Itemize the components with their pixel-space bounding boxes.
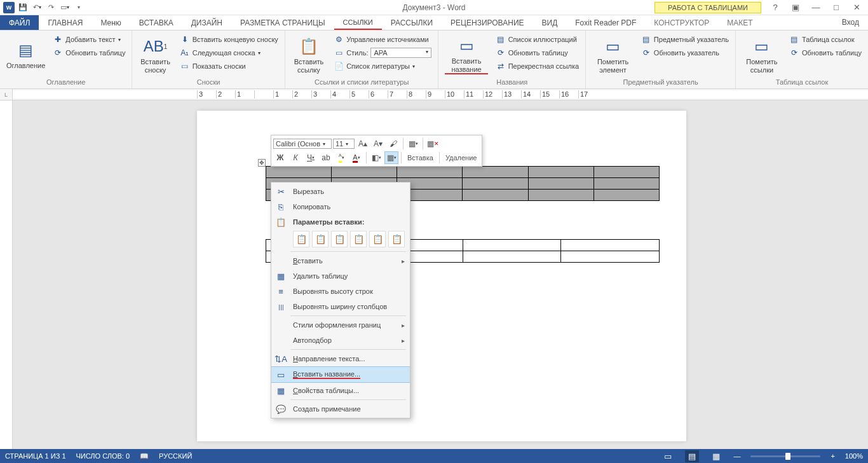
- add-text-button[interactable]: ✚Добавить текст ▾: [50, 33, 128, 46]
- toc-button[interactable]: ▤ Оглавление: [4, 32, 48, 78]
- zoom-out-icon[interactable]: —: [733, 452, 740, 460]
- insert-citation-button[interactable]: 📋 Вставить ссылку: [289, 32, 329, 78]
- help-icon[interactable]: ?: [769, 3, 782, 12]
- redo-icon[interactable]: ↷: [44, 1, 57, 14]
- cm-insert-caption[interactable]: ▭Вставить название...: [271, 366, 410, 383]
- tab-design[interactable]: ДИЗАЙН: [182, 15, 231, 30]
- sources-icon: ⚙: [334, 34, 344, 45]
- next-footnote-button[interactable]: A₁Следующая сноска ▾: [177, 46, 281, 59]
- tab-constructor[interactable]: КОНСТРУКТОР: [645, 15, 718, 30]
- paste-opt-1-icon[interactable]: 📋: [293, 231, 309, 247]
- titlebar: W 💾 ↶▾ ↷ ▭▾ ▾ Документ3 - Word РАБОТА С …: [0, 0, 868, 15]
- sb-language[interactable]: РУССКИЙ: [159, 452, 192, 460]
- mark-cite-icon: ▭: [752, 36, 772, 57]
- paste-opt-6-icon[interactable]: 📋: [388, 231, 405, 247]
- cm-table-props[interactable]: ▦Свойства таблицы...: [271, 383, 410, 398]
- maximize-icon[interactable]: □: [830, 3, 843, 12]
- tab-view[interactable]: ВИД: [533, 15, 567, 30]
- strike-icon[interactable]: ab: [319, 151, 333, 164]
- zoom-slider[interactable]: [750, 455, 820, 457]
- ribbon-options-icon[interactable]: ▣: [789, 3, 802, 12]
- insert-toa-button[interactable]: ▤Таблица ссылок: [787, 33, 864, 46]
- group-citations: 📋 Вставить ссылку ⚙Управление источникам…: [285, 31, 439, 88]
- cm-text-direction[interactable]: ⇅AНаправление текста...: [271, 351, 410, 366]
- new-doc-icon[interactable]: ▭▾: [58, 1, 71, 14]
- tab-foxit[interactable]: Foxit Reader PDF: [566, 15, 645, 30]
- close-icon[interactable]: ✕: [850, 3, 863, 12]
- tab-maket[interactable]: МАКЕТ: [718, 15, 761, 30]
- sb-proofing-icon[interactable]: 📖: [140, 452, 149, 460]
- undo-icon[interactable]: ↶▾: [31, 1, 43, 14]
- tab-references[interactable]: ССЫЛКИ: [334, 15, 382, 30]
- view-print-icon[interactable]: ▤: [685, 450, 699, 462]
- borders-icon[interactable]: ▦▾: [384, 151, 398, 164]
- tab-insert[interactable]: ВСТАВКА: [130, 15, 182, 30]
- update-figures-button[interactable]: ⟳Обновить таблицу: [493, 46, 582, 59]
- table-delete-icon[interactable]: ▦✕: [426, 137, 440, 150]
- cm-dist-cols[interactable]: ⫼Выровнять ширину столбцов: [271, 299, 410, 314]
- minimize-icon[interactable]: —: [810, 3, 822, 12]
- statusbar: СТРАНИЦА 1 ИЗ 1 ЧИСЛО СЛОВ: 0 📖 РУССКИЙ …: [0, 449, 868, 463]
- qat-customize-icon[interactable]: ▾: [72, 1, 85, 14]
- cm-paste-header: 📋Параметры вставки:: [271, 214, 410, 230]
- table-move-handle-icon[interactable]: ✥: [258, 159, 266, 167]
- cm-new-comment[interactable]: 💬Создать примечание: [271, 401, 410, 417]
- font-color-icon[interactable]: A▾: [349, 151, 363, 164]
- tab-review[interactable]: РЕЦЕНЗИРОВАНИЕ: [442, 15, 532, 30]
- sb-words[interactable]: ЧИСЛО СЛОВ: 0: [76, 452, 130, 460]
- group-label: Таблица ссылок: [740, 78, 864, 87]
- update-toc-button[interactable]: ⟳Обновить таблицу: [50, 46, 128, 59]
- shrink-font-icon[interactable]: A▾: [371, 137, 385, 150]
- sign-in[interactable]: Вход: [833, 15, 868, 30]
- grow-font-icon[interactable]: A▴: [356, 137, 370, 150]
- refresh-icon: ⟳: [789, 48, 799, 58]
- underline-icon[interactable]: Ч▾: [304, 151, 318, 164]
- view-read-icon[interactable]: ▭: [661, 452, 675, 461]
- manage-sources-button[interactable]: ⚙Управление источниками: [331, 33, 434, 46]
- refresh-icon: ⟳: [53, 48, 63, 58]
- format-painter-icon[interactable]: 🖌: [386, 137, 400, 150]
- font-family-select[interactable]: Calibri (Основ▾: [273, 139, 332, 149]
- insert-footnote-button[interactable]: AB1 Вставить сноску: [136, 32, 174, 78]
- table-insert-icon[interactable]: ▦▾: [406, 137, 420, 150]
- font-size-select[interactable]: 11▾: [333, 139, 355, 149]
- italic-icon[interactable]: К: [288, 151, 302, 164]
- paste-opt-3-icon[interactable]: 📋: [331, 231, 348, 247]
- mark-entry-button[interactable]: ▭ Пометить элемент: [590, 32, 636, 78]
- bibliography-button[interactable]: 📄Список литературы ▾: [331, 60, 434, 73]
- tab-home[interactable]: ГЛАВНАЯ: [39, 15, 92, 30]
- insert-caption-button[interactable]: ▭ Вставить название: [442, 32, 490, 78]
- cm-copy[interactable]: ⎘Копировать: [271, 199, 410, 214]
- insert-index-button[interactable]: ▤Предметный указатель: [639, 33, 731, 46]
- sb-zoom[interactable]: 100%: [845, 452, 863, 460]
- update-index-button[interactable]: ⟳Обновить указатель: [639, 46, 731, 59]
- bold-icon[interactable]: Ж: [273, 151, 287, 164]
- tab-page-layout[interactable]: РАЗМЕТКА СТРАНИЦЫ: [231, 15, 334, 30]
- paste-opt-4-icon[interactable]: 📋: [350, 231, 367, 247]
- save-icon[interactable]: 💾: [17, 1, 29, 14]
- show-notes-button[interactable]: ▭Показать сноски: [177, 60, 281, 73]
- tab-menu[interactable]: Меню: [92, 15, 130, 30]
- cm-border-styles[interactable]: Стили оформления границ▸: [271, 317, 410, 333]
- paste-opt-2-icon[interactable]: 📋: [312, 231, 329, 247]
- update-toa-button[interactable]: ⟳Обновить таблицу: [787, 46, 864, 59]
- sb-page[interactable]: СТРАНИЦА 1 ИЗ 1: [5, 452, 66, 460]
- insert-endnote-button[interactable]: ⬇Вставить концевую сноску: [177, 33, 281, 46]
- cm-dist-rows[interactable]: ≡Выровнять высоту строк: [271, 284, 410, 299]
- highlight-icon[interactable]: ᴬ▾: [334, 151, 348, 164]
- list-figures-button[interactable]: ▤Список иллюстраций: [493, 33, 582, 46]
- tab-file[interactable]: ФАЙЛ: [0, 15, 39, 30]
- view-web-icon[interactable]: ▦: [709, 452, 723, 461]
- tab-mailings[interactable]: РАССЫЛКИ: [382, 15, 442, 30]
- citation-style-select[interactable]: APA▾: [370, 48, 431, 58]
- mark-citation-button[interactable]: ▭ Пометить ссылки: [740, 32, 784, 78]
- footnote-icon: AB1: [146, 36, 166, 57]
- cross-ref-button[interactable]: ⇄Перекрестная ссылка: [493, 60, 582, 73]
- cm-autofit[interactable]: Автоподбор▸: [271, 333, 410, 348]
- cm-cut[interactable]: ✂Вырезать: [271, 184, 410, 199]
- cm-insert[interactable]: Вставить▸: [271, 253, 410, 268]
- paste-opt-5-icon[interactable]: 📋: [369, 231, 386, 247]
- shading-icon[interactable]: ◧▾: [369, 151, 383, 164]
- cm-delete-table[interactable]: ▦Удалить таблицу: [271, 268, 410, 284]
- zoom-in-icon[interactable]: +: [831, 452, 834, 460]
